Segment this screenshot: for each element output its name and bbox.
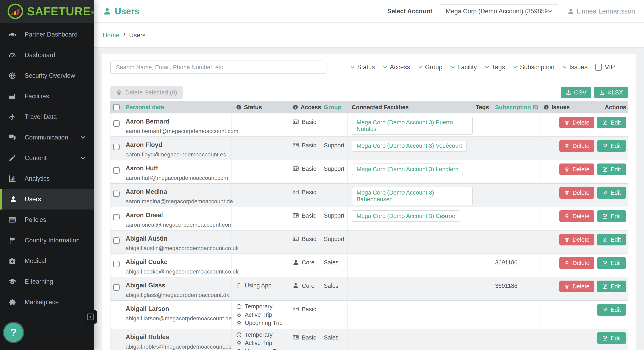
export-csv-button[interactable]: CSV: [561, 87, 592, 98]
header-group[interactable]: Group: [324, 104, 342, 111]
edit-button[interactable]: Edit: [597, 234, 626, 245]
header-personal-data[interactable]: Personal data: [126, 104, 164, 111]
edit-icon: [602, 120, 608, 125]
status-label: Upcoming Trip: [245, 348, 282, 350]
row-checkbox[interactable]: [113, 237, 120, 244]
group-cell: Support: [324, 137, 348, 149]
sidebar-item-label: Communication: [25, 134, 68, 141]
delete-button[interactable]: Delete: [559, 281, 594, 292]
edit-button[interactable]: Edit: [597, 281, 626, 292]
vip-checkbox[interactable]: [595, 64, 602, 71]
user-name: Aaron Floyd: [126, 141, 231, 149]
users-card: Status Access Group Facility Tags Subscr…: [102, 54, 636, 350]
row-checkbox[interactable]: [113, 284, 120, 291]
info-icon[interactable]: [292, 104, 298, 110]
delete-button[interactable]: Delete: [559, 163, 594, 175]
table-header-row: Personal data Status Access Group Connec…: [110, 101, 628, 113]
sidebar-collapse-button[interactable]: [86, 310, 97, 324]
breadcrumb: Home / Users: [94, 23, 644, 48]
sidebar-item-partner-dashboard[interactable]: Partner Dashboard: [0, 24, 94, 45]
subscription-cell: [495, 231, 540, 236]
table-row: Aaron Bernard aaron.bernard@megacorpdemo…: [110, 113, 628, 136]
row-checkbox[interactable]: [113, 261, 120, 267]
facility-chip[interactable]: Mega Corp (Demo Account 3) Puerto Natale…: [352, 117, 473, 135]
row-checkbox[interactable]: [113, 167, 120, 174]
sidebar-item-medical[interactable]: Medical: [0, 251, 94, 271]
edit-icon: [602, 143, 608, 149]
user-name: Aaron Bernard: [126, 118, 231, 125]
delete-button[interactable]: Delete: [559, 117, 594, 128]
filter-group[interactable]: Group: [418, 64, 442, 71]
user-name: Abigail Larson: [126, 305, 231, 313]
id-card-icon: [292, 236, 299, 242]
delete-button[interactable]: Delete: [559, 257, 594, 269]
id-card-icon: [292, 118, 299, 125]
row-checkbox[interactable]: [113, 144, 120, 150]
account-select[interactable]: Mega Corp (Demo Account) (3598591): [440, 4, 558, 18]
filter-subscription[interactable]: Subscription: [513, 64, 554, 71]
edit-button[interactable]: Edit: [597, 163, 626, 175]
sidebar-item-communication[interactable]: Communication: [0, 127, 94, 148]
search-input[interactable]: [110, 60, 326, 74]
app-logo[interactable]: SAFETURE®: [0, 0, 94, 22]
sidebar-item-marketplace[interactable]: Marketplace: [0, 292, 94, 313]
current-user[interactable]: Linnea Lennartsson: [567, 7, 635, 15]
chevron-down-icon: [80, 134, 86, 140]
sidebar-item-dashboard[interactable]: Dashboard: [0, 45, 94, 65]
header-subscription-id[interactable]: Subscription ID: [495, 104, 538, 111]
filter-issues[interactable]: Issues: [562, 64, 588, 71]
vip-filter[interactable]: VIP: [595, 64, 615, 71]
id-card-icon: [292, 212, 299, 219]
edit-button[interactable]: Edit: [597, 117, 626, 128]
user-email: aaron.medina@megacorpdemoaccount.de: [126, 198, 231, 205]
topbar: Users Select Account Mega Corp (Demo Acc…: [94, 0, 644, 23]
sidebar-item-security-overview[interactable]: Security Overview: [0, 65, 94, 86]
filter-access[interactable]: Access: [382, 64, 410, 71]
edit-button[interactable]: Edit: [597, 210, 626, 222]
sidebar-item-travel-data[interactable]: Travel Data: [0, 107, 94, 127]
chevron-down-icon: [513, 65, 518, 70]
help-button[interactable]: ?: [4, 323, 23, 342]
subscription-cell: [495, 137, 540, 142]
facility-chip[interactable]: Mega Corp (Demo Account 3) Babenhausen: [352, 187, 473, 205]
sidebar-item-e-learning[interactable]: E-learning: [0, 271, 94, 292]
row-checkbox[interactable]: [113, 191, 120, 197]
ticket-icon: [236, 320, 242, 326]
subscription-cell: 3691186: [495, 277, 540, 289]
export-xlsx-button[interactable]: XLSX: [594, 87, 628, 98]
sidebar-item-facilities[interactable]: Facilities: [0, 86, 94, 107]
facility-chip[interactable]: Mega Corp (Demo Account 3) Lenglern: [352, 163, 464, 175]
delete-selected-button[interactable]: Delete Selected (0): [110, 86, 183, 99]
delete-button[interactable]: Delete: [559, 210, 594, 222]
trash-icon: [564, 237, 570, 242]
row-checkbox[interactable]: [113, 214, 120, 220]
breadcrumb-home-link[interactable]: Home: [102, 32, 120, 39]
facility-chip[interactable]: Mega Corp (Demo Account 3) Vouécourt: [352, 140, 467, 152]
delete-button[interactable]: Delete: [559, 234, 594, 245]
edit-button[interactable]: Edit: [597, 187, 626, 199]
info-icon[interactable]: [236, 104, 242, 110]
edit-button[interactable]: Edit: [597, 304, 626, 316]
filter-tags[interactable]: Tags: [484, 64, 505, 71]
account-select-value: Mega Corp (Demo Account) (3598591): [446, 8, 548, 15]
delete-button[interactable]: Delete: [559, 140, 594, 152]
sidebar-item-content[interactable]: Content: [0, 148, 94, 168]
plane-icon: [0, 113, 25, 121]
filter-facility[interactable]: Facility: [450, 64, 477, 71]
subscription-cell: 3691186: [495, 254, 540, 266]
edit-button[interactable]: Edit: [597, 257, 626, 269]
sidebar-item-users[interactable]: Users: [0, 189, 94, 210]
row-checkbox[interactable]: [113, 120, 120, 127]
edit-button[interactable]: Edit: [597, 332, 626, 344]
info-icon[interactable]: [544, 104, 549, 110]
facility-chip[interactable]: Mega Corp (Demo Account 3) Святое: [352, 210, 460, 222]
filter-status[interactable]: Status: [350, 64, 375, 71]
sidebar-item-analytics[interactable]: Analytics: [0, 168, 94, 189]
delete-button[interactable]: Delete: [559, 187, 594, 199]
trash-icon: [116, 89, 122, 95]
edit-button[interactable]: Edit: [597, 140, 626, 152]
status-label: Temporary: [245, 332, 272, 338]
sidebar-item-policies[interactable]: Policies: [0, 210, 94, 230]
select-all-checkbox[interactable]: [113, 104, 120, 110]
sidebar-item-country-information[interactable]: Country Information: [0, 230, 94, 251]
